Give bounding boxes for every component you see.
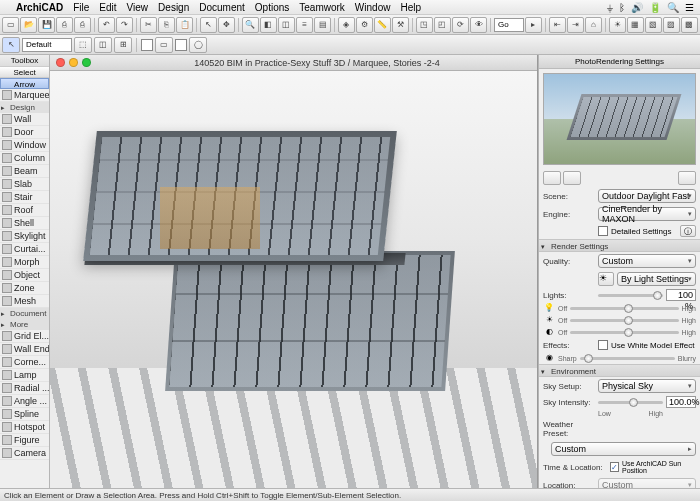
tool-lamp[interactable]: Lamp — [0, 369, 49, 382]
preview-render-icon[interactable] — [678, 171, 696, 185]
preview-zoom-icon[interactable] — [543, 171, 561, 185]
tool-radial[interactable]: Radial ... — [0, 382, 49, 395]
tool-curtain[interactable]: Curtai... — [0, 243, 49, 256]
ambient-slider[interactable] — [570, 331, 678, 334]
menu-options[interactable]: Options — [255, 2, 289, 13]
tool-corner[interactable]: Corne... — [0, 356, 49, 369]
tb-floor[interactable]: ≡ — [296, 17, 313, 33]
scene-select[interactable]: Outdoor Daylight Fast▾ — [598, 189, 696, 203]
tool-camera[interactable]: Camera — [0, 447, 49, 460]
ib-mode3[interactable]: ⊞ — [114, 37, 132, 53]
lightset-icon[interactable]: ☀ — [598, 272, 614, 286]
tb-plot[interactable]: ⎙ — [74, 17, 91, 33]
tool-wall[interactable]: Wall — [0, 113, 49, 126]
ib-default[interactable]: Default — [22, 38, 72, 52]
tb-explore[interactable]: 👁 — [470, 17, 487, 33]
tool-spline[interactable]: Spline — [0, 408, 49, 421]
tool-hotspot[interactable]: Hotspot — [0, 421, 49, 434]
tb-settings[interactable]: ⚒ — [392, 17, 409, 33]
tool-mesh[interactable]: Mesh — [0, 295, 49, 308]
group-more[interactable]: More — [0, 319, 49, 330]
tb-redo[interactable]: ↷ — [116, 17, 133, 33]
window-minimize[interactable] — [69, 58, 78, 67]
menu-help[interactable]: Help — [400, 2, 421, 13]
spotlight-icon[interactable]: 🔍 — [667, 2, 679, 13]
sky-intensity-slider[interactable] — [598, 401, 663, 404]
tb-orbit[interactable]: ⟳ — [452, 17, 469, 33]
sun-slider[interactable] — [570, 319, 678, 322]
section-render-settings[interactable]: Render Settings — [539, 239, 700, 252]
tool-skylight[interactable]: Skylight — [0, 230, 49, 243]
info-icon[interactable]: ⓘ — [680, 225, 696, 237]
tb-cursor[interactable]: ↖ — [200, 17, 217, 33]
tool-angle[interactable]: Angle ... — [0, 395, 49, 408]
tool-grid[interactable]: Grid El... — [0, 330, 49, 343]
tool-figure[interactable]: Figure — [0, 434, 49, 447]
lights-slider[interactable] — [598, 294, 663, 297]
viewport-canvas[interactable] — [50, 71, 537, 488]
tool-door[interactable]: Door — [0, 126, 49, 139]
app-menu[interactable]: ArchiCAD — [16, 2, 63, 13]
tb-layer[interactable]: ◈ — [338, 17, 355, 33]
tb-print[interactable]: ⎙ — [56, 17, 73, 33]
tb-nav1[interactable]: ⇤ — [549, 17, 566, 33]
volume-icon[interactable]: 🔊 — [631, 2, 643, 13]
quality-select[interactable]: Custom▾ — [598, 254, 696, 268]
tb-new[interactable]: ▭ — [2, 17, 19, 33]
section-environment[interactable]: Environment — [539, 364, 700, 377]
tool-object[interactable]: Object — [0, 269, 49, 282]
tb-render[interactable]: ☀ — [609, 17, 626, 33]
tool-column[interactable]: Column — [0, 152, 49, 165]
window-close[interactable] — [56, 58, 65, 67]
white-model-checkbox[interactable] — [598, 340, 608, 350]
viewport-3d[interactable]: 140520 BIM in Practice-Sexy Stuff 3D / M… — [50, 55, 538, 488]
sky-intensity-value[interactable]: 100.0% — [666, 396, 696, 408]
tool-shell[interactable]: Shell — [0, 217, 49, 230]
ib-mode1[interactable]: ⬚ — [74, 37, 92, 53]
tb-pal3[interactable]: ▨ — [663, 17, 680, 33]
lightset-select[interactable]: By Light Settings▾ — [617, 272, 696, 286]
tb-mvo[interactable]: ⚙ — [356, 17, 373, 33]
menu-teamwork[interactable]: Teamwork — [299, 2, 345, 13]
tool-marquee[interactable]: Marquee — [0, 89, 49, 102]
menu-edit[interactable]: Edit — [99, 2, 116, 13]
bluetooth-icon[interactable]: ᛒ — [619, 2, 625, 13]
sky-setup-select[interactable]: Physical Sky▾ — [598, 379, 696, 393]
tb-persp[interactable]: ◰ — [434, 17, 451, 33]
ib-sel1[interactable]: ▭ — [155, 37, 173, 53]
menu-window[interactable]: Window — [355, 2, 391, 13]
wifi-icon[interactable]: ⏚ — [607, 2, 613, 13]
use-sun-checkbox[interactable]: ✓ — [610, 462, 619, 472]
tb-pal2[interactable]: ▧ — [645, 17, 662, 33]
tool-morph[interactable]: Morph — [0, 256, 49, 269]
menu-design[interactable]: Design — [158, 2, 189, 13]
tb-undo[interactable]: ↶ — [98, 17, 115, 33]
tb-pal1[interactable]: ▦ — [627, 17, 644, 33]
engine-select[interactable]: CineRender by MAXON▾ — [598, 207, 696, 221]
tb-copy[interactable]: ⎘ — [158, 17, 175, 33]
tb-go-btn[interactable]: ▸ — [525, 17, 542, 33]
tool-zone[interactable]: Zone — [0, 282, 49, 295]
tool-arrow[interactable]: Arrow — [0, 78, 49, 89]
group-design[interactable]: Design — [0, 102, 49, 113]
tool-slab[interactable]: Slab — [0, 178, 49, 191]
tb-show3d[interactable]: ◳ — [416, 17, 433, 33]
tool-stair[interactable]: Stair — [0, 191, 49, 204]
ib-check1[interactable] — [141, 39, 153, 51]
menu-view[interactable]: View — [127, 2, 149, 13]
menu-document[interactable]: Document — [199, 2, 245, 13]
tb-3d[interactable]: ◫ — [278, 17, 295, 33]
ib-arrow[interactable]: ↖ — [2, 37, 20, 53]
ib-sel2[interactable]: ◯ — [189, 37, 207, 53]
menu-file[interactable]: File — [73, 2, 89, 13]
detailed-checkbox[interactable] — [598, 226, 608, 236]
tool-roof[interactable]: Roof — [0, 204, 49, 217]
ib-mode2[interactable]: ◫ — [94, 37, 112, 53]
notification-icon[interactable]: ☰ — [685, 2, 694, 13]
tb-cut[interactable]: ✂ — [140, 17, 157, 33]
tb-measure[interactable]: 📏 — [374, 17, 391, 33]
tb-nav2[interactable]: ⇥ — [567, 17, 584, 33]
weather-select[interactable]: Custom▸ — [551, 442, 696, 456]
group-document[interactable]: Document — [0, 308, 49, 319]
window-zoom[interactable] — [82, 58, 91, 67]
